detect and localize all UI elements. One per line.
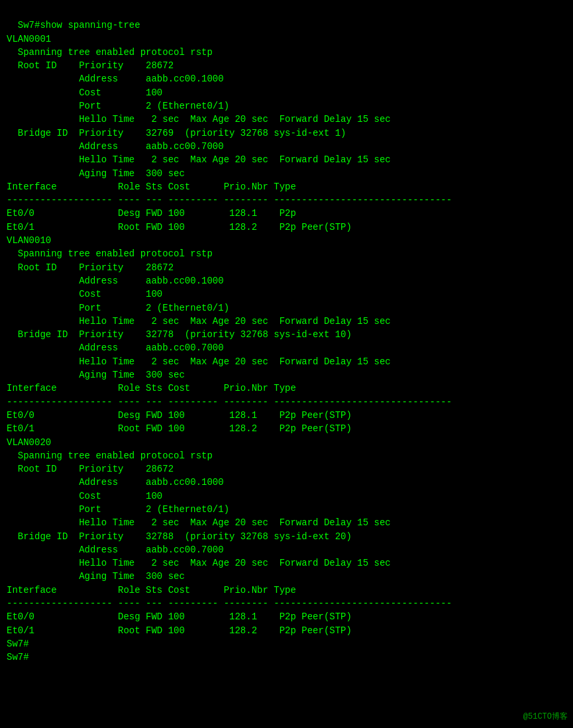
terminal-line: Address aabb.cc00.7000	[7, 140, 566, 153]
terminal-line: Root ID Priority 28672	[7, 261, 566, 274]
terminal-line: Interface Role Sts Cost Prio.Nbr Type	[7, 382, 566, 395]
terminal-line: VLAN0010	[7, 234, 566, 247]
terminal-line: Spanning tree enabled protocol rstp	[7, 449, 566, 462]
terminal-line: Address aabb.cc00.1000	[7, 72, 566, 85]
terminal-line: Address aabb.cc00.7000	[7, 543, 566, 556]
terminal-line: Cost 100	[7, 86, 566, 99]
terminal-line: Et0/0 Desg FWD 100 128.1 P2p Peer(STP)	[7, 610, 566, 623]
terminal-line: Spanning tree enabled protocol rstp	[7, 46, 566, 59]
terminal-line: Et0/0 Desg FWD 100 128.1 P2p Peer(STP)	[7, 409, 566, 422]
terminal-line: Bridge ID Priority 32778 (priority 32768…	[7, 328, 566, 341]
terminal-line: Et0/1 Root FWD 100 128.2 P2p Peer(STP)	[7, 422, 566, 435]
terminal-line: Interface Role Sts Cost Prio.Nbr Type	[7, 180, 566, 193]
terminal-line: Spanning tree enabled protocol rstp	[7, 247, 566, 260]
terminal-line: VLAN0020	[7, 436, 566, 449]
terminal-line: Address aabb.cc00.7000	[7, 341, 566, 354]
terminal-line: Hello Time 2 sec Max Age 20 sec Forward …	[7, 315, 566, 328]
terminal-line: Interface Role Sts Cost Prio.Nbr Type	[7, 584, 566, 597]
terminal-line: Port 2 (Ethernet0/1)	[7, 301, 566, 315]
terminal-line: Address aabb.cc00.1000	[7, 476, 566, 489]
terminal-line: Hello Time 2 sec Max Age 20 sec Forward …	[7, 355, 566, 368]
terminal-lines: VLAN0001 Spanning tree enabled protocol …	[7, 32, 566, 664]
terminal-line: Et0/0 Desg FWD 100 128.1 P2p	[7, 207, 566, 220]
terminal-line: Address aabb.cc00.1000	[7, 274, 566, 287]
terminal-line: Hello Time 2 sec Max Age 20 sec Forward …	[7, 153, 566, 166]
prompt-command: Sw7#show spanning-tree	[18, 20, 140, 30]
watermark-label: @51CTO博客	[523, 711, 568, 723]
terminal-output: Sw7#show spanning-tree	[7, 5, 566, 32]
terminal-line: Cost 100	[7, 287, 566, 301]
terminal-line: Port 2 (Ethernet0/1)	[7, 503, 566, 516]
terminal-line: Aging Time 300 sec	[7, 167, 566, 180]
terminal-line: Cost 100	[7, 490, 566, 503]
terminal-line: VLAN0001	[7, 32, 566, 46]
terminal-line: Aging Time 300 sec	[7, 368, 566, 382]
terminal-line: ------------------- ---- --- --------- -…	[7, 597, 566, 610]
terminal-line: ------------------- ---- --- --------- -…	[7, 395, 566, 409]
terminal-line: Bridge ID Priority 32788 (priority 32768…	[7, 530, 566, 543]
terminal-line: Sw7#	[7, 637, 566, 650]
terminal-line: Port 2 (Ethernet0/1)	[7, 99, 566, 113]
terminal-line: Hello Time 2 sec Max Age 20 sec Forward …	[7, 113, 566, 126]
terminal-line: Et0/1 Root FWD 100 128.2 P2p Peer(STP)	[7, 221, 566, 234]
terminal-line: ------------------- ---- --- --------- -…	[7, 193, 566, 207]
terminal-line: Root ID Priority 28672	[7, 59, 566, 72]
terminal-line: Sw7#	[7, 650, 566, 664]
terminal-line: Aging Time 300 sec	[7, 570, 566, 583]
terminal-line: Root ID Priority 28672	[7, 462, 566, 476]
terminal-line: Et0/1 Root FWD 100 128.2 P2p Peer(STP)	[7, 624, 566, 637]
terminal-line: Hello Time 2 sec Max Age 20 sec Forward …	[7, 516, 566, 529]
terminal-line: Hello Time 2 sec Max Age 20 sec Forward …	[7, 556, 566, 570]
terminal-line: Bridge ID Priority 32769 (priority 32768…	[7, 127, 566, 140]
